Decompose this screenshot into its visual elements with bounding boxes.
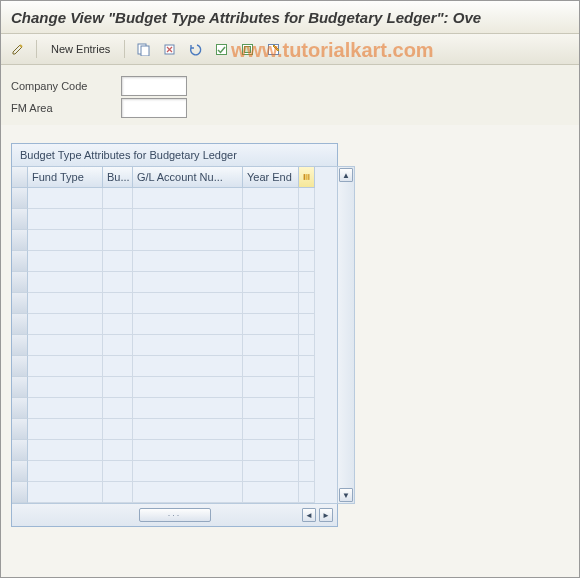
grid-cell[interactable]	[103, 440, 133, 461]
undo-button[interactable]	[184, 38, 206, 60]
toggle-display-change-button[interactable]	[7, 38, 29, 60]
grid-cell[interactable]	[103, 188, 133, 209]
vscroll-down-button[interactable]: ▼	[339, 488, 353, 502]
grid-cell[interactable]	[243, 377, 299, 398]
new-entries-button[interactable]: New Entries	[44, 38, 117, 60]
grid-cell[interactable]	[28, 230, 103, 251]
grid-cell[interactable]	[28, 209, 103, 230]
grid-cell[interactable]	[243, 188, 299, 209]
grid-cell[interactable]	[103, 314, 133, 335]
grid-cell[interactable]	[28, 482, 103, 503]
row-selector[interactable]	[12, 356, 28, 377]
grid-cell[interactable]	[28, 356, 103, 377]
configure-columns-button[interactable]	[299, 167, 315, 188]
grid-cell[interactable]	[28, 314, 103, 335]
col-header-gl-account[interactable]: G/L Account Nu...	[133, 167, 243, 188]
grid-cell[interactable]	[133, 440, 243, 461]
grid-cell[interactable]	[133, 209, 243, 230]
grid-cell[interactable]	[103, 377, 133, 398]
grid-cell[interactable]	[243, 293, 299, 314]
grid-cell[interactable]	[133, 398, 243, 419]
grid-cell[interactable]	[133, 251, 243, 272]
fm-area-input[interactable]	[121, 98, 187, 118]
row-selector[interactable]	[12, 293, 28, 314]
row-selector[interactable]	[12, 482, 28, 503]
deselect-all-button[interactable]	[262, 38, 284, 60]
grid-cell[interactable]	[243, 356, 299, 377]
grid-cell[interactable]	[103, 335, 133, 356]
grid-cell[interactable]	[243, 272, 299, 293]
grid-cell[interactable]	[133, 314, 243, 335]
grid-cell[interactable]	[28, 440, 103, 461]
row-selector[interactable]	[12, 251, 28, 272]
new-entries-label: New Entries	[51, 43, 110, 55]
hscroll-right-button[interactable]: ►	[319, 508, 333, 522]
grid-cell[interactable]	[133, 272, 243, 293]
col-header-fund-type[interactable]: Fund Type	[28, 167, 103, 188]
grid-cell[interactable]	[103, 461, 133, 482]
grid-cell[interactable]	[133, 461, 243, 482]
row-selector[interactable]	[12, 377, 28, 398]
grid-cell[interactable]	[28, 293, 103, 314]
grid-cell[interactable]	[103, 356, 133, 377]
row-end-cell	[299, 419, 315, 440]
row-selector[interactable]	[12, 230, 28, 251]
grid-cell[interactable]	[243, 419, 299, 440]
grid-cell[interactable]	[243, 209, 299, 230]
row-selector[interactable]	[12, 209, 28, 230]
row-selector[interactable]	[12, 398, 28, 419]
grid-cell[interactable]	[28, 398, 103, 419]
row-selector[interactable]	[12, 419, 28, 440]
row-selector[interactable]	[12, 188, 28, 209]
grid-cell[interactable]	[243, 440, 299, 461]
col-header-year-end[interactable]: Year End	[243, 167, 299, 188]
row-selector[interactable]	[12, 272, 28, 293]
hscroll-left-button[interactable]: ◄	[302, 508, 316, 522]
vscroll-up-button[interactable]: ▲	[339, 168, 353, 182]
grid-cell[interactable]	[28, 272, 103, 293]
grid-cell[interactable]	[133, 230, 243, 251]
grid-cell[interactable]	[28, 419, 103, 440]
grid-cell[interactable]	[133, 335, 243, 356]
grid-cell[interactable]	[243, 398, 299, 419]
row-selector[interactable]	[12, 314, 28, 335]
toolbar-separator	[36, 40, 37, 58]
grid-cell[interactable]	[103, 419, 133, 440]
grid-cell[interactable]	[103, 209, 133, 230]
row-selector[interactable]	[12, 461, 28, 482]
row-selector[interactable]	[12, 440, 28, 461]
hscroll-handle[interactable]: ···	[139, 508, 211, 522]
grid-cell[interactable]	[103, 398, 133, 419]
grid-cell[interactable]	[243, 230, 299, 251]
delete-button[interactable]	[158, 38, 180, 60]
grid-cell[interactable]	[243, 482, 299, 503]
grid-cell[interactable]	[103, 293, 133, 314]
grid-cell[interactable]	[28, 251, 103, 272]
grid-cell[interactable]	[243, 461, 299, 482]
select-all-button[interactable]	[210, 38, 232, 60]
select-block-button[interactable]	[236, 38, 258, 60]
grid-cell[interactable]	[103, 272, 133, 293]
grid-cell[interactable]	[133, 293, 243, 314]
col-header-budget-type[interactable]: Bu...	[103, 167, 133, 188]
grid-cell[interactable]	[103, 230, 133, 251]
grid-cell[interactable]	[133, 188, 243, 209]
copy-as-button[interactable]	[132, 38, 154, 60]
grid-cell[interactable]	[103, 251, 133, 272]
grid-cell[interactable]	[133, 419, 243, 440]
company-code-input[interactable]	[121, 76, 187, 96]
grid-cell[interactable]	[243, 335, 299, 356]
grid-cell[interactable]	[28, 461, 103, 482]
grid-cell[interactable]	[103, 482, 133, 503]
grid-cell[interactable]	[133, 356, 243, 377]
row-selector[interactable]	[12, 335, 28, 356]
grid-cell[interactable]	[243, 251, 299, 272]
grid-cell[interactable]	[133, 482, 243, 503]
svg-rect-10	[306, 174, 308, 180]
grid-cell[interactable]	[28, 188, 103, 209]
grid-cell[interactable]	[28, 377, 103, 398]
grid-cell[interactable]	[243, 314, 299, 335]
grid-cell[interactable]	[133, 377, 243, 398]
grid-corner-cell[interactable]	[12, 167, 28, 188]
grid-cell[interactable]	[28, 335, 103, 356]
